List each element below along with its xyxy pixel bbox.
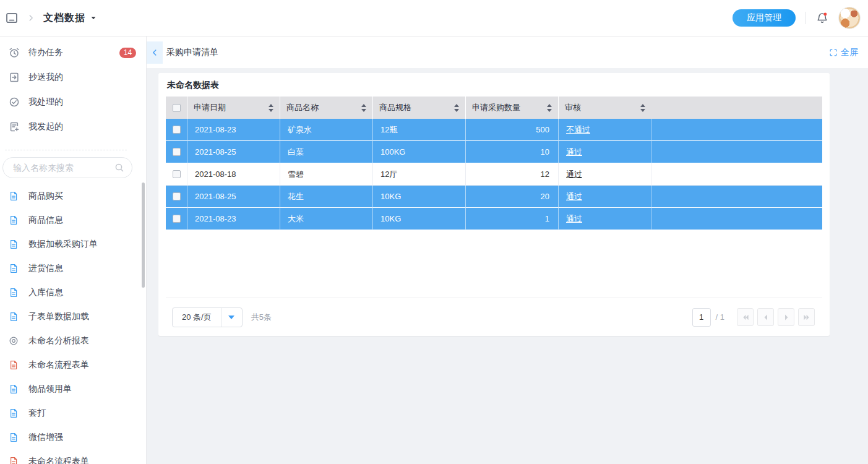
sidebar-form-item[interactable]: 微信增强 xyxy=(0,425,146,449)
sidebar-nav-item[interactable]: 我发起的 xyxy=(0,114,146,139)
select-all-cell[interactable] xyxy=(166,97,187,119)
row-checkbox[interactable] xyxy=(173,148,181,156)
cell-product-spec: 10KG xyxy=(373,186,466,208)
sidebar-form-item[interactable]: 未命名分析报表 xyxy=(0,329,146,353)
sidebar-form-item[interactable]: 套打 xyxy=(0,401,146,425)
prev-page-button[interactable] xyxy=(757,308,774,326)
sidebar-nav-item[interactable]: 我处理的 xyxy=(0,90,146,114)
row-checkbox-cell[interactable] xyxy=(166,163,187,186)
sidebar-nav-item[interactable]: 抄送我的 xyxy=(0,65,146,90)
sort-icon[interactable] xyxy=(269,104,273,112)
sidebar-form-item[interactable]: 商品购买 xyxy=(0,184,146,208)
row-checkbox[interactable] xyxy=(173,170,181,178)
doc-icon xyxy=(9,432,19,442)
cell-audit-link[interactable]: 通过 xyxy=(559,141,651,163)
sort-icon[interactable] xyxy=(361,104,366,112)
table-row[interactable]: 2021-08-25 花生 10KG 20 通过 xyxy=(166,186,822,208)
cell-empty xyxy=(651,208,822,230)
column-header-label: 申请日期 xyxy=(194,102,226,113)
row-checkbox-cell[interactable] xyxy=(166,208,187,230)
nav-item-label: 待办任务 xyxy=(28,47,111,58)
form-item-label: 套打 xyxy=(28,408,46,419)
row-checkbox[interactable] xyxy=(173,215,181,223)
fullscreen-button[interactable]: 全屏 xyxy=(829,47,858,58)
breadcrumb[interactable]: 文档数据 xyxy=(43,12,97,25)
row-checkbox-cell[interactable] xyxy=(166,186,187,208)
total-count: 共5条 xyxy=(251,312,272,323)
sidebar-form-item[interactable]: 未命名流程表单 xyxy=(0,449,146,464)
sidebar-form-item[interactable]: 子表单数据加载 xyxy=(0,304,146,329)
last-page-button[interactable] xyxy=(798,308,815,326)
sidebar-form-item[interactable]: 进货信息 xyxy=(0,256,146,280)
main-content: 采购申请清单 全屏 未命名数据表 申请日期 商品名称 xyxy=(147,37,868,464)
column-header-label: 商品名称 xyxy=(286,102,319,113)
cell-empty xyxy=(651,141,822,163)
avatar[interactable] xyxy=(838,7,861,29)
table-row[interactable]: 2021-08-23 矿泉水 12瓶 500 不通过 xyxy=(166,119,822,141)
form-item-label: 入库信息 xyxy=(28,287,63,298)
caret-down-icon xyxy=(90,14,97,22)
search-input[interactable] xyxy=(2,157,132,178)
cell-apply-date: 2021-08-23 xyxy=(187,208,280,230)
cell-product-name: 雪碧 xyxy=(280,163,373,186)
page-input[interactable]: 1 xyxy=(692,308,711,327)
doc-icon xyxy=(9,384,19,394)
sidebar-form-item[interactable]: 物品领用单 xyxy=(0,377,146,401)
sort-icon[interactable] xyxy=(454,104,459,112)
data-table-card: 未命名数据表 申请日期 商品名称 商品规格 xyxy=(158,73,830,336)
sidebar-form-item[interactable]: 未命名流程表单 xyxy=(0,353,146,377)
row-checkbox-cell[interactable] xyxy=(166,119,187,141)
table-row[interactable]: 2021-08-23 大米 10KG 1 通过 xyxy=(166,208,822,230)
page-size-select[interactable]: 20 条/页 xyxy=(172,307,243,327)
table-row[interactable]: 2021-08-18 雪碧 12厅 12 通过 xyxy=(166,163,822,186)
cell-audit-link[interactable]: 通过 xyxy=(559,186,651,208)
select-caret-box[interactable] xyxy=(221,308,242,327)
fullscreen-icon xyxy=(829,48,838,57)
doc-send-icon xyxy=(9,72,20,83)
sidebar-nav-item[interactable]: 待办任务 14 xyxy=(0,40,146,65)
app-manage-button[interactable]: 应用管理 xyxy=(733,9,796,27)
row-checkbox[interactable] xyxy=(173,126,181,134)
cell-audit-link[interactable]: 通过 xyxy=(559,163,651,186)
column-header[interactable]: 商品规格 xyxy=(373,97,466,119)
column-header[interactable]: 申请日期 xyxy=(187,97,280,119)
sort-icon[interactable] xyxy=(547,104,552,112)
row-checkbox-cell[interactable] xyxy=(166,141,187,163)
doc-icon xyxy=(9,360,19,370)
app-window-icon[interactable] xyxy=(5,11,19,25)
cell-audit-link[interactable]: 通过 xyxy=(559,208,651,230)
cell-apply-date: 2021-08-18 xyxy=(187,163,280,186)
doc-icon xyxy=(9,264,19,273)
form-item-label: 物品领用单 xyxy=(28,384,72,395)
cell-quantity: 12 xyxy=(466,163,559,186)
form-item-label: 商品信息 xyxy=(28,215,63,226)
form-item-label: 未命名流程表单 xyxy=(28,359,89,371)
table-body: 2021-08-23 矿泉水 12瓶 500 不通过 2021-08-25 白菜… xyxy=(166,119,822,230)
first-page-button[interactable] xyxy=(737,308,754,326)
back-button[interactable] xyxy=(147,41,163,64)
column-header[interactable]: 审核 xyxy=(559,97,651,119)
sort-icon[interactable] xyxy=(640,104,645,112)
cell-empty xyxy=(651,119,822,141)
column-header[interactable]: 商品名称 xyxy=(280,97,373,119)
sidebar-form-item[interactable]: 入库信息 xyxy=(0,280,146,304)
doc-icon xyxy=(9,191,19,201)
column-header[interactable]: 申请采购数量 xyxy=(466,97,559,119)
doc-icon xyxy=(9,215,19,225)
cell-apply-date: 2021-08-25 xyxy=(187,186,280,208)
sidebar-form-item[interactable]: 商品信息 xyxy=(0,208,146,232)
sidebar-form-item[interactable]: 数据加载采购订单 xyxy=(0,232,146,256)
form-item-label: 子表单数据加载 xyxy=(28,311,89,322)
select-all-checkbox[interactable] xyxy=(173,104,181,112)
bell-icon[interactable] xyxy=(816,12,828,24)
search-icon[interactable] xyxy=(114,163,124,173)
next-page-button[interactable] xyxy=(778,308,794,326)
scrollbar-thumb[interactable] xyxy=(142,183,145,288)
doc-icon xyxy=(9,239,19,249)
column-header-empty xyxy=(651,97,822,119)
table-row[interactable]: 2021-08-25 白菜 100KG 10 通过 xyxy=(166,141,822,163)
page-size-value: 20 条/页 xyxy=(173,308,221,327)
alarm-icon xyxy=(9,47,20,58)
row-checkbox[interactable] xyxy=(173,192,181,200)
cell-audit-link[interactable]: 不通过 xyxy=(559,119,651,141)
